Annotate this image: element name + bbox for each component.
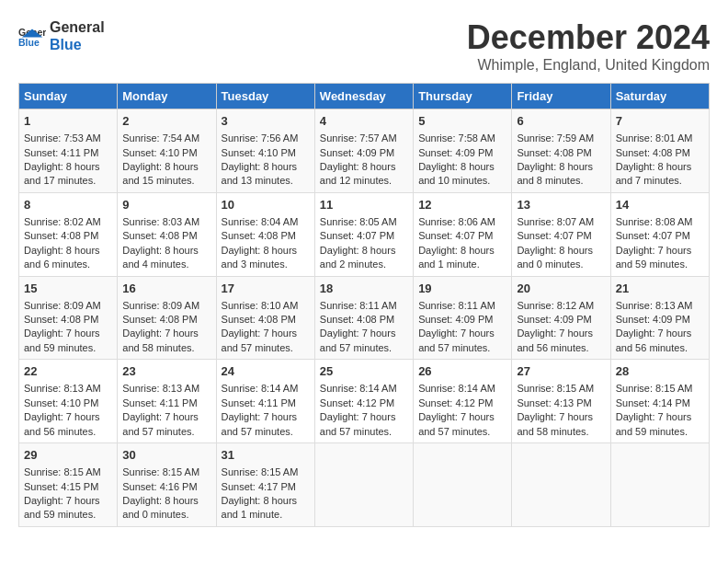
daylight: Daylight: 8 hours and 17 minutes. bbox=[24, 161, 100, 186]
daylight: Daylight: 8 hours and 3 minutes. bbox=[222, 245, 298, 270]
header-day-sunday: Sunday bbox=[19, 84, 118, 109]
calendar-cell: 26Sunrise: 8:14 AMSunset: 4:12 PMDayligh… bbox=[414, 360, 512, 443]
sunrise: Sunrise: 8:14 AM bbox=[320, 383, 397, 394]
sunrise: Sunrise: 8:04 AM bbox=[222, 216, 299, 227]
sunset: Sunset: 4:07 PM bbox=[418, 230, 493, 241]
header-day-friday: Friday bbox=[512, 84, 610, 109]
sunrise: Sunrise: 8:12 AM bbox=[517, 300, 594, 311]
sunset: Sunset: 4:07 PM bbox=[517, 230, 591, 241]
logo: General Blue General Blue bbox=[18, 18, 105, 53]
daylight: Daylight: 8 hours and 12 minutes. bbox=[320, 161, 396, 186]
daylight: Daylight: 7 hours and 58 minutes. bbox=[517, 411, 593, 436]
sunrise: Sunrise: 8:10 AM bbox=[222, 300, 299, 311]
calendar-cell: 4Sunrise: 7:57 AMSunset: 4:09 PMDaylight… bbox=[314, 109, 413, 193]
daylight: Daylight: 8 hours and 0 minutes. bbox=[517, 245, 593, 270]
week-row-1: 1Sunrise: 7:53 AMSunset: 4:11 PMDaylight… bbox=[19, 109, 710, 193]
day-number: 14 bbox=[616, 197, 704, 213]
sunset: Sunset: 4:09 PM bbox=[418, 147, 493, 158]
daylight: Daylight: 7 hours and 57 minutes. bbox=[320, 327, 396, 352]
header-day-thursday: Thursday bbox=[414, 84, 512, 109]
daylight: Daylight: 7 hours and 59 minutes. bbox=[24, 327, 100, 352]
sunrise: Sunrise: 7:58 AM bbox=[418, 132, 495, 144]
calendar-body: 1Sunrise: 7:53 AMSunset: 4:11 PMDaylight… bbox=[19, 109, 710, 527]
sunset: Sunset: 4:09 PM bbox=[616, 314, 690, 325]
day-number: 6 bbox=[517, 113, 605, 130]
sunset: Sunset: 4:09 PM bbox=[320, 147, 394, 158]
calendar-cell: 6Sunrise: 7:59 AMSunset: 4:08 PMDaylight… bbox=[512, 109, 610, 193]
day-number: 30 bbox=[122, 447, 210, 464]
day-number: 24 bbox=[222, 363, 310, 380]
calendar-cell: 12Sunrise: 8:06 AMSunset: 4:07 PMDayligh… bbox=[414, 192, 512, 276]
logo-blue: Blue bbox=[50, 36, 105, 53]
sunrise: Sunrise: 8:05 AM bbox=[320, 216, 397, 227]
day-number: 29 bbox=[24, 447, 112, 464]
calendar-cell: 8Sunrise: 8:02 AMSunset: 4:08 PMDaylight… bbox=[19, 192, 118, 276]
sunrise: Sunrise: 8:03 AM bbox=[122, 216, 199, 227]
calendar-cell: 27Sunrise: 8:15 AMSunset: 4:13 PMDayligh… bbox=[512, 360, 610, 443]
calendar-cell: 17Sunrise: 8:10 AMSunset: 4:08 PMDayligh… bbox=[216, 276, 314, 360]
calendar-cell: 29Sunrise: 8:15 AMSunset: 4:15 PMDayligh… bbox=[19, 443, 118, 527]
sunrise: Sunrise: 8:15 AM bbox=[517, 383, 594, 394]
sunset: Sunset: 4:17 PM bbox=[222, 481, 296, 492]
sunset: Sunset: 4:09 PM bbox=[517, 314, 591, 325]
page-header: General Blue General Blue December 2024 … bbox=[18, 18, 710, 74]
calendar-cell: 16Sunrise: 8:09 AMSunset: 4:08 PMDayligh… bbox=[118, 276, 216, 360]
daylight: Daylight: 7 hours and 58 minutes. bbox=[122, 327, 199, 352]
logo-general: General bbox=[50, 18, 105, 36]
sunrise: Sunrise: 8:01 AM bbox=[616, 132, 693, 144]
calendar-cell: 10Sunrise: 8:04 AMSunset: 4:08 PMDayligh… bbox=[216, 192, 314, 276]
daylight: Daylight: 7 hours and 59 minutes. bbox=[24, 495, 100, 520]
calendar-cell: 22Sunrise: 8:13 AMSunset: 4:10 PMDayligh… bbox=[19, 360, 118, 443]
sunset: Sunset: 4:16 PM bbox=[122, 481, 197, 492]
daylight: Daylight: 7 hours and 57 minutes. bbox=[222, 411, 298, 436]
calendar-cell: 30Sunrise: 8:15 AMSunset: 4:16 PMDayligh… bbox=[118, 443, 216, 527]
sunset: Sunset: 4:08 PM bbox=[616, 147, 690, 158]
sunrise: Sunrise: 8:15 AM bbox=[122, 466, 199, 477]
sunrise: Sunrise: 8:14 AM bbox=[418, 383, 495, 394]
day-number: 15 bbox=[24, 281, 112, 297]
header-row: SundayMondayTuesdayWednesdayThursdayFrid… bbox=[19, 84, 710, 109]
day-number: 31 bbox=[222, 447, 310, 464]
day-number: 18 bbox=[320, 281, 408, 297]
calendar-cell bbox=[610, 443, 709, 527]
logo-icon: General Blue bbox=[18, 22, 46, 50]
header-day-monday: Monday bbox=[118, 84, 216, 109]
sunset: Sunset: 4:11 PM bbox=[24, 147, 98, 158]
daylight: Daylight: 7 hours and 57 minutes. bbox=[122, 411, 199, 436]
sunset: Sunset: 4:15 PM bbox=[24, 481, 98, 492]
daylight: Daylight: 8 hours and 15 minutes. bbox=[122, 161, 199, 186]
sunrise: Sunrise: 8:11 AM bbox=[320, 300, 397, 311]
sunrise: Sunrise: 8:15 AM bbox=[24, 466, 101, 477]
title-area: December 2024 Whimple, England, United K… bbox=[467, 18, 710, 74]
sunset: Sunset: 4:08 PM bbox=[222, 314, 296, 325]
sunrise: Sunrise: 7:57 AM bbox=[320, 132, 397, 144]
day-number: 13 bbox=[517, 197, 605, 213]
sunset: Sunset: 4:11 PM bbox=[122, 397, 197, 408]
sunrise: Sunrise: 8:09 AM bbox=[24, 300, 101, 311]
sunset: Sunset: 4:08 PM bbox=[24, 314, 98, 325]
calendar-cell: 19Sunrise: 8:11 AMSunset: 4:09 PMDayligh… bbox=[414, 276, 512, 360]
sunset: Sunset: 4:12 PM bbox=[418, 397, 493, 408]
calendar-cell bbox=[414, 443, 512, 527]
sunset: Sunset: 4:08 PM bbox=[517, 147, 591, 158]
daylight: Daylight: 8 hours and 4 minutes. bbox=[122, 245, 199, 270]
daylight: Daylight: 7 hours and 56 minutes. bbox=[24, 411, 100, 436]
daylight: Daylight: 7 hours and 56 minutes. bbox=[616, 327, 692, 352]
day-number: 12 bbox=[418, 197, 506, 213]
calendar-cell: 11Sunrise: 8:05 AMSunset: 4:07 PMDayligh… bbox=[314, 192, 413, 276]
day-number: 2 bbox=[122, 113, 210, 130]
sunset: Sunset: 4:08 PM bbox=[222, 230, 296, 241]
calendar-header: SundayMondayTuesdayWednesdayThursdayFrid… bbox=[19, 84, 710, 109]
calendar-cell: 3Sunrise: 7:56 AMSunset: 4:10 PMDaylight… bbox=[216, 109, 314, 193]
day-number: 1 bbox=[24, 113, 112, 130]
day-number: 26 bbox=[418, 363, 506, 380]
day-number: 4 bbox=[320, 113, 408, 130]
daylight: Daylight: 7 hours and 57 minutes. bbox=[222, 327, 298, 352]
daylight: Daylight: 7 hours and 56 minutes. bbox=[517, 327, 593, 352]
sunrise: Sunrise: 8:02 AM bbox=[24, 216, 101, 227]
calendar-cell: 5Sunrise: 7:58 AMSunset: 4:09 PMDaylight… bbox=[414, 109, 512, 193]
day-number: 21 bbox=[616, 281, 704, 297]
calendar-cell: 24Sunrise: 8:14 AMSunset: 4:11 PMDayligh… bbox=[216, 360, 314, 443]
daylight: Daylight: 7 hours and 59 minutes. bbox=[616, 411, 692, 436]
calendar-cell: 25Sunrise: 8:14 AMSunset: 4:12 PMDayligh… bbox=[314, 360, 413, 443]
